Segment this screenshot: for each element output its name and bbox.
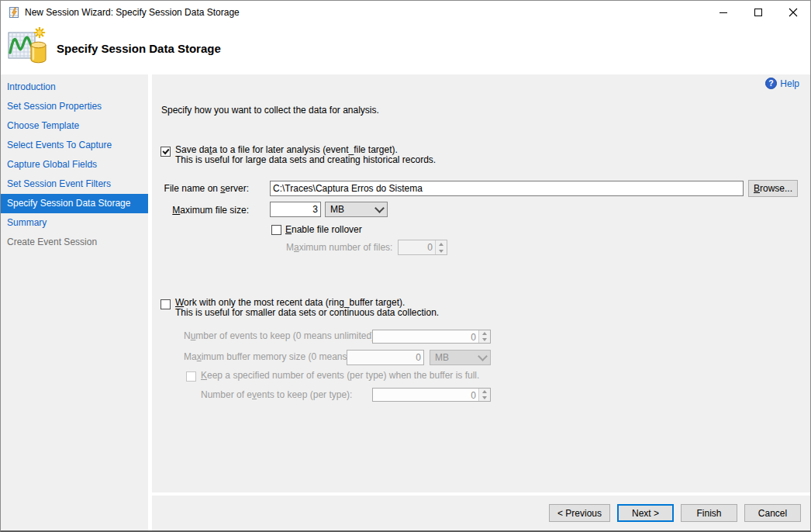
sidebar-item-specify-session-data-storage[interactable]: Specify Session Data Storage: [1, 194, 148, 213]
sidebar-item-create-event-session: Create Event Session: [1, 233, 148, 252]
keep-per-type-checkbox: [186, 371, 196, 382]
events-per-type-label: Number of events to keep (per type):: [201, 390, 352, 400]
wizard-header: Specify Session Data Storage: [1, 24, 810, 74]
spin-down-icon: [479, 337, 490, 343]
session-data-storage-icon: [8, 27, 48, 67]
close-icon: [789, 8, 798, 17]
max-number-of-files-label: Maximum number of files:: [286, 243, 392, 253]
file-name-input[interactable]: [270, 181, 744, 196]
previous-button[interactable]: < Previous: [549, 504, 610, 522]
maximize-button[interactable]: [740, 1, 775, 24]
max-number-of-files-value: 0: [399, 240, 435, 254]
window-controls: [706, 1, 810, 24]
sidebar-item-capture-global-fields[interactable]: Capture Global Fields: [1, 155, 148, 174]
page-title: Specify Session Data Storage: [57, 42, 221, 55]
save-to-file-description: This is useful for large data sets and c…: [175, 155, 436, 165]
ring-buffer-checkbox[interactable]: [160, 299, 171, 309]
events-per-type-value: 0: [373, 389, 478, 401]
enable-file-rollover-checkbox[interactable]: [271, 225, 281, 235]
max-file-size-input[interactable]: [270, 202, 321, 217]
sidebar-item-select-events-to-capture[interactable]: Select Events To Capture: [1, 136, 148, 155]
browse-button[interactable]: Browse...: [748, 180, 798, 197]
window-title: New Session Wizard: Specify Session Data…: [25, 7, 240, 18]
save-to-file-checkbox[interactable]: [160, 147, 171, 157]
buffer-unit-value: MB: [435, 352, 449, 363]
file-size-unit-value: MB: [330, 204, 344, 215]
spin-up-icon: [436, 240, 447, 247]
session-wizard-icon: [8, 6, 20, 19]
spin-down-icon: [479, 395, 490, 401]
help-icon: ?: [765, 78, 777, 89]
spin-up-icon: [479, 330, 490, 337]
intro-text: Specify how you want to collect the data…: [161, 105, 379, 116]
events-to-keep-spinner: 0: [372, 330, 491, 344]
events-to-keep-label: Number of events to keep (0 means unlimi…: [184, 331, 377, 341]
ring-buffer-description: This is useful for smaller data sets or …: [175, 308, 439, 318]
chevron-down-icon: [478, 351, 488, 361]
cancel-button[interactable]: Cancel: [744, 504, 801, 522]
next-button[interactable]: Next >: [617, 504, 674, 522]
minimize-button[interactable]: [706, 1, 740, 24]
spin-down-icon: [436, 247, 447, 254]
help-link[interactable]: ? Help: [765, 78, 799, 89]
help-label: Help: [780, 78, 799, 89]
max-number-of-files-spinner: 0: [398, 240, 447, 255]
file-name-label: File name on server:: [152, 184, 249, 194]
svg-text:?: ?: [769, 78, 774, 88]
buffer-memory-size-input: [347, 350, 424, 365]
buffer-unit-dropdown: MB: [430, 350, 491, 365]
events-to-keep-value: 0: [373, 330, 478, 343]
chevron-down-icon: [374, 203, 385, 213]
sidebar-item-summary[interactable]: Summary: [1, 213, 148, 233]
minimize-icon: [719, 8, 728, 17]
sidebar-item-set-session-event-filters[interactable]: Set Session Event Filters: [1, 174, 148, 194]
maximize-icon: [754, 8, 763, 17]
file-size-unit-dropdown[interactable]: MB: [325, 202, 388, 217]
content-pane: ? Help Specify how you want to collect t…: [152, 74, 810, 530]
sidebar-item-set-session-properties[interactable]: Set Session Properties: [1, 97, 148, 116]
title-bar[interactable]: New Session Wizard: Specify Session Data…: [1, 1, 810, 24]
enable-file-rollover-label: Enable file rollover: [285, 225, 362, 235]
max-file-size-label: Maximum file size:: [152, 206, 249, 216]
footer: < Previous Next > Finish Cancel: [152, 496, 810, 530]
wizard-window: New Session Wizard: Specify Session Data…: [0, 0, 811, 532]
finish-button[interactable]: Finish: [681, 504, 737, 522]
spin-up-icon: [479, 389, 490, 395]
wizard-steps-sidebar: Introduction Set Session Properties Choo…: [1, 74, 148, 530]
sidebar-item-introduction[interactable]: Introduction: [1, 78, 148, 97]
wizard-body: Introduction Set Session Properties Choo…: [1, 74, 810, 530]
close-button[interactable]: [775, 1, 810, 24]
sidebar-item-choose-template[interactable]: Choose Template: [1, 116, 148, 136]
events-per-type-spinner: 0: [372, 388, 491, 402]
keep-per-type-label: Keep a specified number of events (per t…: [201, 371, 479, 381]
